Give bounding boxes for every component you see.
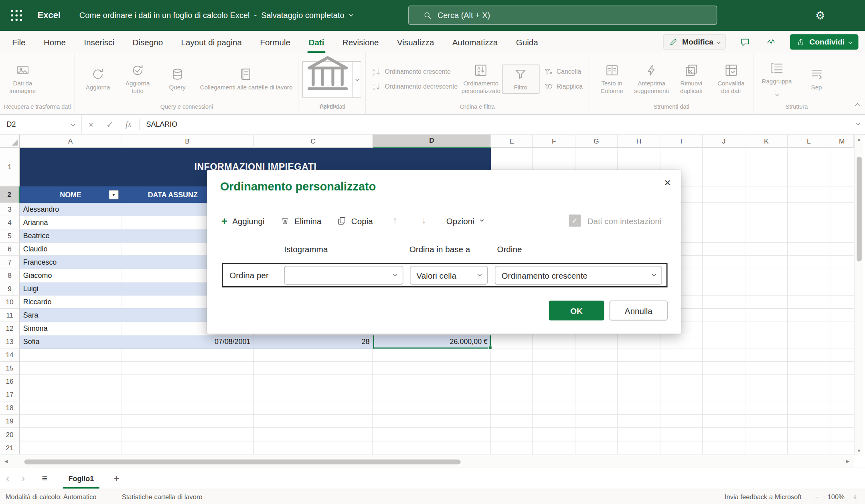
cell-D13[interactable]: 26.000,00 €	[373, 335, 491, 348]
cell-A9[interactable]: Luigi	[20, 282, 122, 296]
tab-formule[interactable]: Formule	[260, 31, 290, 53]
delete-level-button[interactable]: Elimina	[280, 216, 321, 225]
column-header-K[interactable]: K	[745, 135, 788, 148]
ribbon-button-ordinamento-crescente[interactable]: AZOrdinamento crescente	[372, 67, 451, 76]
ok-button[interactable]: OK	[549, 301, 604, 321]
feedback-link[interactable]: Invia feedback a Microsoft	[725, 493, 802, 500]
close-icon[interactable]: ×	[659, 174, 676, 191]
row-header-10[interactable]: 10	[0, 296, 20, 309]
horizontal-scrollbar-thumb[interactable]	[24, 459, 461, 464]
ribbon-button-aggiorna-tutto[interactable]: Aggiorna tutto	[119, 61, 156, 97]
ribbon-button-query[interactable]: Query	[158, 65, 196, 93]
ribbon-button-testo-in-colonne[interactable]: Testo in Colonne	[593, 61, 631, 97]
move-down-button[interactable]: ↓	[417, 215, 431, 226]
row-header-17[interactable]: 17	[0, 388, 20, 401]
app-name[interactable]: Excel	[38, 10, 61, 20]
vertical-scrollbar[interactable]: ▲ ▼	[854, 135, 863, 456]
ribbon-button-rimuovi-duplicati[interactable]: Rimuovi duplicati	[673, 61, 710, 97]
move-up-button[interactable]: ↑	[388, 215, 402, 226]
comments-button[interactable]	[737, 34, 753, 50]
row-header-14[interactable]: 14	[0, 348, 20, 362]
mode-switch-button[interactable]: Modifica	[663, 34, 726, 50]
row-header-8[interactable]: 8	[0, 269, 20, 282]
row-header-12[interactable]: 12	[0, 322, 20, 335]
cell-A7[interactable]: Francesco	[20, 256, 122, 269]
ribbon-button-azioni[interactable]: Azioni	[302, 61, 353, 97]
ribbon-button-separa[interactable]: Sep	[798, 65, 835, 93]
row-header-15[interactable]: 15	[0, 362, 20, 375]
add-level-button[interactable]: + Aggiungi	[221, 215, 265, 226]
scroll-left-icon[interactable]: ◀	[4, 459, 8, 464]
column-header-C[interactable]: C	[254, 135, 373, 148]
row-header-7[interactable]: 7	[0, 256, 20, 269]
row-header-5[interactable]: 5	[0, 229, 20, 243]
cell-A2[interactable]: NOME ▾	[20, 186, 122, 203]
column-header-G[interactable]: G	[575, 135, 618, 148]
tab-layout-di-pagina[interactable]: Layout di pagina	[181, 31, 242, 53]
cell-A10[interactable]: Riccardo	[20, 296, 122, 309]
row-header-9[interactable]: 9	[0, 282, 20, 296]
name-box[interactable]: D2	[0, 115, 82, 134]
column-header-L[interactable]: L	[788, 135, 830, 148]
workbook-stats[interactable]: Statistiche cartella di lavoro	[122, 493, 203, 500]
tab-automatizza[interactable]: Automatizza	[452, 31, 498, 53]
tab-visualizza[interactable]: Visualizza	[397, 31, 434, 53]
row-header-2[interactable]: 2	[0, 186, 20, 203]
column-header-I[interactable]: I	[660, 135, 703, 148]
row-header-19[interactable]: 19	[0, 415, 20, 428]
ribbon-button-azioni-dropdown[interactable]	[353, 61, 362, 97]
ribbon-button-ordinamento-personalizzato[interactable]: AZOrdinamento personalizzato	[462, 61, 500, 97]
add-sheet-button[interactable]: +	[109, 473, 124, 484]
activity-button[interactable]	[764, 34, 779, 50]
select-all-corner[interactable]	[0, 135, 20, 148]
search-input[interactable]: Cerca (Alt + X)	[408, 6, 717, 25]
column-header-D[interactable]: D	[373, 135, 491, 148]
cell-C13[interactable]: 28	[254, 335, 373, 348]
sort-order-select[interactable]: Ordinamento crescente	[495, 266, 662, 285]
cell-A3[interactable]: Alessandro	[20, 203, 122, 216]
ribbon-button-cancella[interactable]: Cancella	[544, 67, 581, 76]
ribbon-button-raggruppa[interactable]: Raggruppa	[758, 59, 796, 99]
share-button[interactable]: Condividi	[790, 34, 858, 50]
settings-button[interactable]: ⚙	[815, 0, 825, 31]
column-header-M[interactable]: M	[830, 135, 854, 148]
copy-level-button[interactable]: Copia	[337, 216, 373, 225]
cell-A8[interactable]: Giacomo	[20, 269, 122, 282]
ribbon-button-ordinamento-decrescente[interactable]: ZAOrdinamento decrescente	[372, 82, 458, 91]
column-header-B[interactable]: B	[122, 135, 254, 148]
ribbon-button-aggiorna[interactable]: Aggiorna	[79, 65, 117, 93]
row-header-21[interactable]: 21	[0, 441, 20, 455]
cancel-entry-icon[interactable]: ×	[82, 115, 101, 134]
cell-B13[interactable]: 07/08/2001	[122, 335, 254, 348]
row-header-6[interactable]: 6	[0, 243, 20, 256]
row-header-4[interactable]: 4	[0, 216, 20, 229]
column-header-H[interactable]: H	[618, 135, 660, 148]
tab-home[interactable]: Home	[44, 31, 66, 53]
sort-on-select[interactable]: Valori cella	[410, 266, 488, 285]
sheet-tab-foglio1[interactable]: Foglio1	[60, 468, 103, 489]
zoom-in-icon[interactable]: +	[853, 492, 857, 501]
row-header-20[interactable]: 20	[0, 428, 20, 441]
tab-file[interactable]: File	[12, 31, 25, 53]
column-header-E[interactable]: E	[491, 135, 533, 148]
ribbon-button-collegamenti[interactable]: Collegamenti alle cartelle di lavoro	[198, 65, 294, 93]
enter-entry-icon[interactable]: ✓	[100, 115, 119, 134]
ribbon-button-dati-da-immagine[interactable]: Dati da immagine	[4, 61, 42, 97]
next-sheet-button[interactable]: ›	[16, 472, 31, 485]
app-launcher-icon[interactable]	[9, 8, 24, 23]
tab-inserisci[interactable]: Inserisci	[84, 31, 114, 53]
column-header-J[interactable]: J	[703, 135, 745, 148]
options-button[interactable]: Opzioni	[446, 216, 483, 225]
row-header-16[interactable]: 16	[0, 375, 20, 388]
row-header-18[interactable]: 18	[0, 401, 20, 415]
scroll-down-icon[interactable]: ▼	[855, 448, 863, 453]
row-header-11[interactable]: 11	[0, 309, 20, 322]
tab-guida[interactable]: Guida	[516, 31, 538, 53]
cancel-button[interactable]: Annulla	[610, 301, 667, 321]
tab-dati[interactable]: Dati	[308, 31, 324, 53]
collapse-ribbon-icon[interactable]	[856, 100, 860, 110]
scroll-right-icon[interactable]: ▶	[846, 459, 849, 464]
sort-rule-row[interactable]: Ordina per Valori cella Ordinamento cres…	[222, 263, 668, 287]
row-header-3[interactable]: 3	[0, 203, 20, 216]
row-header-13[interactable]: 13	[0, 335, 20, 348]
